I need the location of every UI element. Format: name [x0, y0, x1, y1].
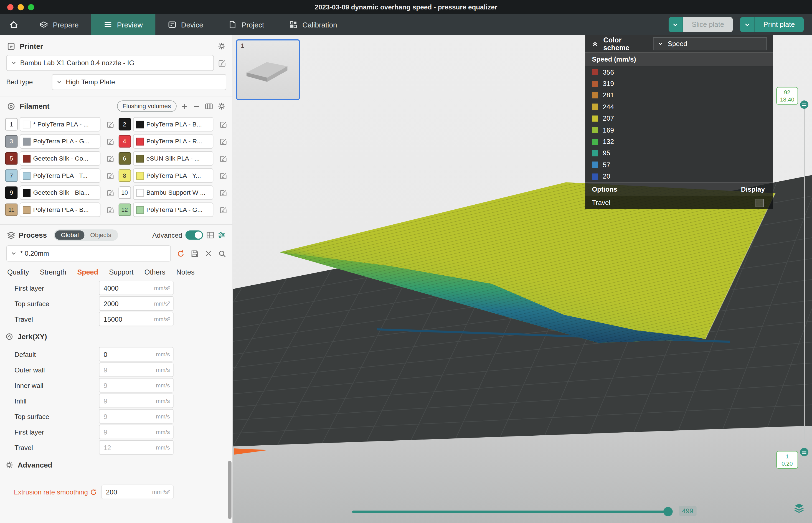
setting-input[interactable]: 2000mm/s² [99, 296, 174, 311]
layer-slider-top-handle[interactable] [800, 101, 808, 109]
edit-filament-icon[interactable] [107, 155, 114, 162]
travel-checkbox[interactable] [755, 199, 764, 207]
collapse-legend-icon[interactable] [592, 40, 599, 48]
move-slider-track[interactable] [352, 510, 670, 513]
tab-calibration[interactable]: Calibration [276, 14, 349, 35]
filament-select[interactable]: PolyTerra PLA - B... [133, 117, 213, 131]
color-scheme-select[interactable]: Speed [653, 37, 767, 50]
edit-filament-icon[interactable] [107, 206, 114, 214]
edit-filament-icon[interactable] [107, 138, 114, 145]
edit-filament-icon[interactable] [220, 206, 228, 214]
bed-type-row: Bed type High Temp Plate [0, 74, 232, 90]
setting-input[interactable]: 0mm/s [99, 347, 174, 361]
setting-input[interactable]: 12mm/s [99, 440, 174, 454]
legend-entry: 281 [585, 90, 773, 101]
setting-input[interactable]: 9mm/s [99, 394, 174, 408]
slice-plate-split-button: Slice plate [669, 17, 733, 32]
setting-input[interactable]: 9mm/s [99, 409, 174, 423]
layer-slider-bottom-handle[interactable] [800, 448, 808, 456]
print-plate-button[interactable]: Print plate [755, 17, 804, 32]
layer-slider-bottom-badge: 1 0.20 [776, 451, 798, 468]
filament-select[interactable]: PolyTerra PLA - B... [20, 202, 100, 217]
process-preset-value: * 0.20mm [20, 250, 49, 257]
preview-viewport[interactable]: 1 Color scheme Speed Speed (mm/s) 356 31… [232, 35, 812, 523]
tab-prepare[interactable]: Prepare [27, 14, 91, 35]
tab-project[interactable]: Project [216, 14, 277, 35]
filament-select[interactable]: Geetech Silk - Co... [20, 151, 100, 165]
filament-select[interactable]: Bambu Support W ... [133, 185, 213, 200]
edit-filament-icon[interactable] [220, 155, 228, 162]
bed-type-select[interactable]: High Temp Plate [52, 74, 226, 90]
filament-select[interactable]: PolyTerra PLA - T... [20, 168, 100, 183]
tab-speed[interactable]: Speed [77, 268, 98, 276]
save-preset-icon[interactable] [191, 249, 199, 258]
scope-global-button[interactable]: Global [55, 231, 85, 240]
plate-thumbnail[interactable]: 1 [236, 39, 300, 100]
filament-select[interactable]: eSUN Silk PLA - ... [133, 151, 213, 165]
sidebar-scrollbar[interactable] [228, 461, 232, 519]
setting-row-jerk-default: Default 0mm/s [0, 346, 232, 362]
setting-input[interactable]: 200mm³/s² [101, 485, 173, 499]
edit-filament-icon[interactable] [220, 172, 228, 179]
preview-icon [104, 20, 112, 29]
ams-icon[interactable] [205, 102, 214, 111]
tune-icon[interactable] [217, 231, 226, 239]
filament-item: 10 Bambu Support W ... [119, 185, 228, 200]
filament-select[interactable]: PolyTerra PLA - G... [133, 202, 213, 217]
print-plate-dropdown-button[interactable] [740, 17, 755, 32]
remove-filament-icon[interactable] [193, 102, 200, 110]
filament-select[interactable]: Geetech Silk - Bla... [20, 185, 100, 200]
edit-filament-icon[interactable] [220, 189, 228, 197]
layers-stack-icon[interactable] [793, 502, 805, 514]
edit-filament-icon[interactable] [107, 172, 114, 179]
tab-strength[interactable]: Strength [40, 268, 66, 276]
edit-filament-icon[interactable] [220, 138, 228, 145]
home-button[interactable] [0, 14, 27, 35]
filament-select[interactable]: PolyTerra PLA - Y... [133, 168, 213, 183]
process-preset-select[interactable]: * 0.20mm [6, 246, 171, 262]
parameter-table-icon[interactable] [206, 231, 214, 239]
filament-settings-gear-icon[interactable] [217, 102, 226, 110]
reset-preset-icon[interactable] [177, 249, 185, 258]
tab-notes[interactable]: Notes [176, 268, 195, 276]
legend-value: 281 [603, 91, 614, 99]
filament-select[interactable]: * PolyTerra PLA - ... [20, 117, 100, 131]
tab-others[interactable]: Others [144, 268, 166, 276]
setting-label: Default [14, 350, 36, 358]
advanced-toggle[interactable] [185, 231, 203, 240]
reset-ers-icon[interactable] [89, 488, 97, 496]
add-filament-icon[interactable] [181, 102, 188, 110]
slice-plate-dropdown-button[interactable] [669, 17, 683, 32]
edit-printer-icon[interactable] [218, 59, 226, 67]
filament-name: Bambu Support W ... [146, 189, 205, 196]
process-scope-switch: Global Objects [54, 229, 118, 241]
setting-input[interactable]: 9mm/s [99, 425, 174, 439]
edit-filament-icon[interactable] [220, 120, 228, 128]
setting-input[interactable]: 4000mm/s² [99, 281, 174, 295]
slice-plate-button[interactable]: Slice plate [683, 17, 733, 32]
tab-preview[interactable]: Preview [91, 14, 155, 35]
printer-settings-gear-icon[interactable] [217, 42, 226, 50]
search-icon[interactable] [218, 249, 226, 258]
setting-input[interactable]: 9mm/s [99, 378, 174, 392]
printer-preset-select[interactable]: Bambu Lab X1 Carbon 0.4 nozzle - IG [6, 55, 214, 71]
filament-select[interactable]: PolyTerra PLA - G... [20, 134, 100, 149]
layer-slider-track[interactable] [804, 104, 805, 452]
setting-input[interactable]: 9mm/s [99, 362, 174, 377]
filament-number-chip: 11 [5, 203, 18, 216]
filament-select[interactable]: PolyTerra PLA - R... [133, 134, 213, 149]
print-plate-split-button: Print plate [740, 17, 804, 32]
close-icon[interactable] [205, 250, 213, 257]
bambu-studio-window: 2023-03-09 dynamic overhang speed - pres… [0, 0, 812, 523]
move-slider-handle[interactable] [663, 507, 673, 516]
flushing-volumes-button[interactable]: Flushing volumes [117, 101, 176, 112]
filament-number-chip: 10 [119, 186, 131, 199]
edit-filament-icon[interactable] [107, 120, 114, 128]
edit-filament-icon[interactable] [107, 189, 114, 197]
tab-quality[interactable]: Quality [7, 268, 29, 276]
setting-input[interactable]: 15000mm/s² [99, 312, 174, 326]
tab-support[interactable]: Support [109, 268, 133, 276]
tab-device[interactable]: Device [155, 14, 215, 35]
scope-objects-button[interactable]: Objects [85, 231, 117, 240]
setting-unit: mm/s² [154, 300, 170, 306]
